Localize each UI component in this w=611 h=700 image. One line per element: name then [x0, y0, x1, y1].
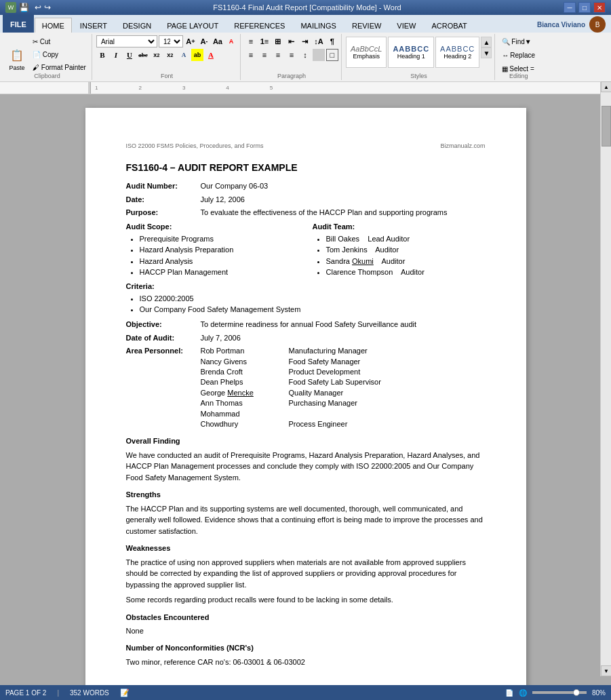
text-highlight-btn[interactable]: ab — [191, 49, 203, 61]
person-role-2: Food Safety Manager — [289, 357, 361, 367]
quick-save[interactable]: 💾 — [19, 3, 29, 12]
scope-item-2: Hazard Analysis Preparation — [140, 245, 299, 255]
scrollbar-right[interactable]: ▲ ▼ — [600, 81, 611, 676]
format-painter-button[interactable]: 🖌 Format Painter — [30, 61, 89, 73]
audit-scope-list: Prerequisite Programs Hazard Analysis Pr… — [126, 234, 299, 278]
status-left: PAGE 1 OF 2 | 352 WORDS 📝 — [5, 688, 130, 697]
maximize-btn[interactable]: □ — [578, 2, 591, 13]
weaknesses-text1: The practice of using non approved suppl… — [126, 557, 486, 591]
copy-button[interactable]: 📄 Copy — [30, 48, 89, 60]
styles-up[interactable]: ▲ — [481, 37, 492, 47]
objective-row: Objective: To determine readiness for an… — [126, 319, 486, 330]
person-row-3: Brenda Croft Product Development — [201, 367, 381, 377]
person-role-8: Process Engineer — [289, 419, 348, 429]
para-row1: ≡ 1≡ ⊞ ⇤ ⇥ ↕A ¶ — [245, 35, 338, 47]
tab-page-layout[interactable]: PAGE LAYOUT — [159, 18, 226, 33]
style-heading1-preview: AABBCC — [393, 45, 429, 53]
undo-btn[interactable]: ↩ — [35, 3, 41, 12]
scroll-up-btn[interactable]: ▲ — [601, 81, 611, 92]
team-member-2: Tom Jenkins Auditor — [326, 245, 486, 255]
tab-references[interactable]: REFERENCES — [226, 18, 292, 33]
increase-indent-btn[interactable]: ⇥ — [299, 35, 311, 47]
decrease-indent-btn[interactable]: ⇤ — [285, 35, 298, 47]
align-left-btn[interactable]: ≡ — [245, 49, 257, 61]
minimize-btn[interactable]: ─ — [564, 2, 576, 13]
bold-button[interactable]: B — [96, 49, 109, 61]
ruler-markers: 1 2 3 4 5 — [75, 85, 273, 91]
subscript-button[interactable]: x2 — [151, 49, 163, 61]
sort-btn[interactable]: ↕A — [313, 35, 325, 47]
bullet-list-btn[interactable]: ≡ — [245, 35, 257, 47]
font-name-select[interactable]: Arial — [96, 35, 157, 47]
tab-review[interactable]: REVIEW — [344, 18, 389, 33]
text-effect-btn[interactable]: A — [178, 49, 190, 61]
purpose-value: To evaluate the effectiveness of the HAC… — [201, 208, 448, 218]
tab-view[interactable]: VIEW — [389, 18, 423, 33]
styles-gallery: AaBbCcL Emphasis AABBCC Heading 1 AABBCC… — [346, 37, 492, 68]
layout-web-icon[interactable]: 🌐 — [519, 689, 527, 697]
justify-btn[interactable]: ≡ — [285, 49, 298, 61]
scope-item-4: HACCP Plan Management — [140, 267, 299, 277]
clear-format-btn[interactable]: A — [225, 35, 237, 47]
tab-design[interactable]: DESIGN — [115, 18, 159, 33]
zoom-slider[interactable] — [532, 691, 587, 694]
style-heading2[interactable]: AABBCC Heading 2 — [435, 37, 479, 68]
page-count: PAGE 1 OF 2 — [5, 689, 46, 697]
tab-insert[interactable]: INSERT — [73, 18, 115, 33]
person-row-5: George Mencke Quality Manager — [201, 388, 381, 398]
word-icon: W — [5, 2, 16, 13]
show-formatting-btn[interactable]: ¶ — [326, 35, 338, 47]
replace-label: Replace — [510, 52, 535, 59]
paste-button[interactable]: 📋 Paste — [5, 41, 28, 77]
scroll-track[interactable] — [601, 92, 611, 665]
align-center-btn[interactable]: ≡ — [258, 49, 271, 61]
superscript-button[interactable]: x2 — [164, 49, 176, 61]
title-bar-controls[interactable]: ─ □ ✕ — [564, 2, 606, 13]
replace-button[interactable]: ↔ Replace — [499, 49, 538, 61]
tab-home[interactable]: HOME — [35, 18, 72, 33]
close-btn[interactable]: ✕ — [593, 2, 606, 13]
shading-btn[interactable] — [313, 49, 325, 61]
find-button[interactable]: 🔍 Find ▼ — [499, 35, 534, 47]
style-emphasis[interactable]: AaBbCcL Emphasis — [346, 37, 387, 68]
numbered-list-btn[interactable]: 1≡ — [258, 35, 271, 47]
person-row-7: Mohammad — [201, 409, 381, 419]
date-of-audit-label: Date of Audit: — [126, 333, 201, 343]
scroll-thumb[interactable] — [602, 106, 611, 147]
tab-mailings[interactable]: MAILINGS — [293, 18, 344, 33]
align-right-btn[interactable]: ≡ — [272, 49, 284, 61]
borders-btn[interactable]: □ — [326, 49, 338, 61]
multilevel-list-btn[interactable]: ⊞ — [272, 35, 284, 47]
person-role-4: Food Safety Lab Supervisor — [289, 377, 381, 387]
line-spacing-btn[interactable]: ↕ — [299, 49, 311, 61]
decrease-font-btn[interactable]: A- — [198, 35, 210, 47]
user-avatar: B — [589, 16, 606, 33]
italic-button[interactable]: I — [110, 49, 122, 61]
criteria-item-1: ISO 22000:2005 — [140, 294, 486, 304]
font-size-select[interactable]: 12 — [159, 35, 183, 47]
tab-acrobat[interactable]: ACROBAT — [424, 18, 474, 33]
obstacles-heading: Obstacles Encountered — [126, 612, 486, 623]
increase-font-btn[interactable]: A+ — [184, 35, 197, 47]
audit-team-heading: Audit Team: — [313, 222, 486, 232]
title-bar-icons: W 💾 ↩ ↪ — [5, 2, 51, 13]
styles-scroll[interactable]: ▲ ▼ — [481, 37, 492, 68]
track-changes-icon: 📝 — [120, 688, 130, 697]
scroll-down-btn[interactable]: ▼ — [601, 665, 611, 676]
ruler-content: 1 2 3 4 5 — [7, 82, 611, 94]
change-case-btn[interactable]: Aa — [212, 35, 224, 47]
person-role-1: Manufacturing Manager — [289, 346, 368, 356]
strikethrough-button[interactable]: abc — [137, 49, 149, 61]
redo-btn[interactable]: ↪ — [44, 3, 51, 12]
layout-print-icon[interactable]: 📄 — [505, 689, 513, 697]
tab-file[interactable]: FILE — [3, 15, 34, 33]
team-member-4: Clarence Thompson Auditor — [326, 267, 486, 277]
style-heading1[interactable]: AABBCC Heading 1 — [388, 37, 434, 68]
person-row-2: Nancy Givens Food Safety Manager — [201, 357, 381, 367]
audit-number-label: Audit Number: — [126, 181, 201, 191]
styles-down[interactable]: ▼ — [481, 47, 492, 58]
underline-button[interactable]: U — [123, 49, 136, 61]
cut-button[interactable]: ✂ Cut — [30, 35, 89, 47]
page-header: ISO 22000 FSMS Policies, Procedures, and… — [126, 142, 486, 151]
font-color-btn[interactable]: A — [205, 49, 217, 61]
